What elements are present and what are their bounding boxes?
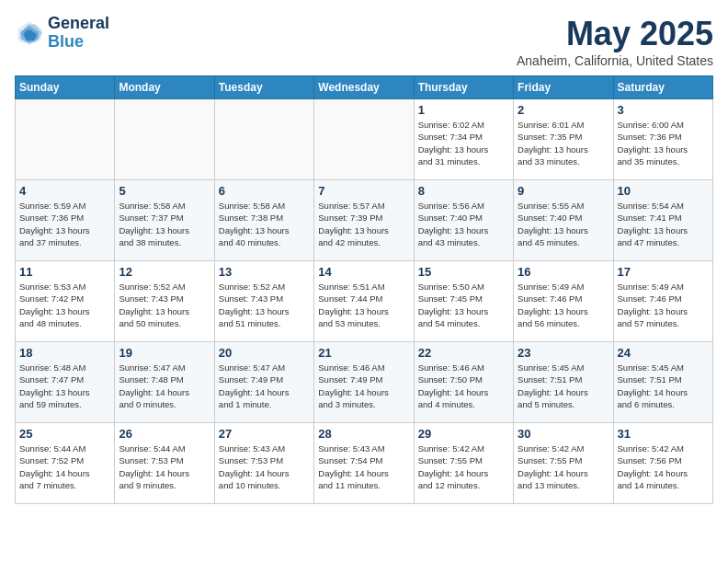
day-info: Sunrise: 5:49 AM Sunset: 7:46 PM Dayligh…: [518, 281, 609, 329]
calendar-week-3: 11Sunrise: 5:53 AM Sunset: 7:42 PM Dayli…: [16, 261, 713, 342]
day-number: 13: [219, 265, 310, 279]
weekday-friday: Friday: [514, 76, 613, 99]
weekday-sunday: Sunday: [16, 76, 115, 99]
calendar-cell: 4Sunrise: 5:59 AM Sunset: 7:36 PM Daylig…: [16, 180, 115, 261]
calendar-cell: [115, 99, 214, 180]
calendar-cell: 26Sunrise: 5:44 AM Sunset: 7:53 PM Dayli…: [115, 423, 214, 504]
day-number: 7: [318, 184, 409, 198]
day-info: Sunrise: 5:53 AM Sunset: 7:42 PM Dayligh…: [19, 281, 110, 329]
weekday-thursday: Thursday: [414, 76, 513, 99]
day-number: 20: [219, 346, 310, 360]
day-info: Sunrise: 5:49 AM Sunset: 7:46 PM Dayligh…: [618, 281, 709, 329]
calendar-cell: 23Sunrise: 5:45 AM Sunset: 7:51 PM Dayli…: [514, 342, 613, 423]
day-info: Sunrise: 5:48 AM Sunset: 7:47 PM Dayligh…: [19, 362, 110, 410]
month-title: May 2025: [517, 15, 713, 53]
day-number: 18: [19, 346, 110, 360]
day-info: Sunrise: 6:02 AM Sunset: 7:34 PM Dayligh…: [418, 119, 509, 167]
calendar-cell: 25Sunrise: 5:44 AM Sunset: 7:52 PM Dayli…: [16, 423, 115, 504]
calendar-week-4: 18Sunrise: 5:48 AM Sunset: 7:47 PM Dayli…: [16, 342, 713, 423]
day-number: 17: [618, 265, 709, 279]
calendar-week-1: 1Sunrise: 6:02 AM Sunset: 7:34 PM Daylig…: [16, 99, 713, 180]
calendar-body: 1Sunrise: 6:02 AM Sunset: 7:34 PM Daylig…: [16, 99, 713, 504]
day-info: Sunrise: 5:52 AM Sunset: 7:43 PM Dayligh…: [119, 281, 210, 329]
day-number: 31: [618, 427, 709, 441]
location: Anaheim, California, United States: [517, 53, 713, 68]
day-number: 4: [19, 184, 110, 198]
calendar-cell: 18Sunrise: 5:48 AM Sunset: 7:47 PM Dayli…: [16, 342, 115, 423]
day-info: Sunrise: 5:42 AM Sunset: 7:55 PM Dayligh…: [418, 442, 509, 491]
day-info: Sunrise: 5:52 AM Sunset: 7:43 PM Dayligh…: [219, 281, 310, 329]
calendar-cell: 24Sunrise: 5:45 AM Sunset: 7:51 PM Dayli…: [613, 342, 712, 423]
day-number: 21: [318, 346, 409, 360]
title-block: May 2025 Anaheim, California, United Sta…: [517, 15, 713, 68]
weekday-tuesday: Tuesday: [214, 76, 313, 99]
weekday-saturday: Saturday: [613, 76, 712, 99]
day-number: 8: [418, 184, 509, 198]
day-info: Sunrise: 6:00 AM Sunset: 7:36 PM Dayligh…: [618, 119, 709, 167]
calendar-cell: 21Sunrise: 5:46 AM Sunset: 7:49 PM Dayli…: [314, 342, 414, 423]
calendar-cell: 5Sunrise: 5:58 AM Sunset: 7:37 PM Daylig…: [115, 180, 214, 261]
day-info: Sunrise: 5:43 AM Sunset: 7:54 PM Dayligh…: [318, 442, 409, 491]
day-number: 10: [618, 184, 709, 198]
day-info: Sunrise: 5:44 AM Sunset: 7:52 PM Dayligh…: [19, 442, 110, 491]
calendar-cell: 14Sunrise: 5:51 AM Sunset: 7:44 PM Dayli…: [314, 261, 414, 342]
logo-text: General Blue: [48, 15, 109, 52]
day-number: 29: [418, 427, 509, 441]
calendar-cell: 1Sunrise: 6:02 AM Sunset: 7:34 PM Daylig…: [414, 99, 513, 180]
day-info: Sunrise: 6:01 AM Sunset: 7:35 PM Dayligh…: [518, 119, 609, 167]
day-info: Sunrise: 5:42 AM Sunset: 7:55 PM Dayligh…: [518, 442, 609, 491]
calendar-cell: 30Sunrise: 5:42 AM Sunset: 7:55 PM Dayli…: [514, 423, 613, 504]
day-info: Sunrise: 5:56 AM Sunset: 7:40 PM Dayligh…: [418, 200, 509, 248]
calendar-cell: 17Sunrise: 5:49 AM Sunset: 7:46 PM Dayli…: [613, 261, 712, 342]
logo: General Blue: [15, 15, 109, 52]
day-number: 15: [418, 265, 509, 279]
calendar-cell: 22Sunrise: 5:46 AM Sunset: 7:50 PM Dayli…: [414, 342, 513, 423]
day-info: Sunrise: 5:47 AM Sunset: 7:49 PM Dayligh…: [219, 362, 310, 410]
calendar-cell: 27Sunrise: 5:43 AM Sunset: 7:53 PM Dayli…: [214, 423, 313, 504]
weekday-header-row: SundayMondayTuesdayWednesdayThursdayFrid…: [16, 76, 713, 99]
calendar-cell: 19Sunrise: 5:47 AM Sunset: 7:48 PM Dayli…: [115, 342, 214, 423]
day-number: 25: [19, 427, 110, 441]
day-info: Sunrise: 5:46 AM Sunset: 7:50 PM Dayligh…: [418, 362, 509, 410]
day-info: Sunrise: 5:58 AM Sunset: 7:37 PM Dayligh…: [119, 200, 210, 248]
calendar-week-5: 25Sunrise: 5:44 AM Sunset: 7:52 PM Dayli…: [16, 423, 713, 504]
day-info: Sunrise: 5:43 AM Sunset: 7:53 PM Dayligh…: [219, 442, 310, 491]
day-info: Sunrise: 5:47 AM Sunset: 7:48 PM Dayligh…: [119, 362, 210, 410]
calendar-cell: 20Sunrise: 5:47 AM Sunset: 7:49 PM Dayli…: [214, 342, 313, 423]
calendar-cell: 16Sunrise: 5:49 AM Sunset: 7:46 PM Dayli…: [514, 261, 613, 342]
calendar-table: SundayMondayTuesdayWednesdayThursdayFrid…: [15, 75, 713, 504]
day-number: 16: [518, 265, 609, 279]
weekday-monday: Monday: [115, 76, 214, 99]
calendar-cell: 12Sunrise: 5:52 AM Sunset: 7:43 PM Dayli…: [115, 261, 214, 342]
day-number: 22: [418, 346, 509, 360]
day-number: 27: [219, 427, 310, 441]
page-header: General Blue May 2025 Anaheim, Californi…: [15, 15, 713, 68]
calendar-cell: 10Sunrise: 5:54 AM Sunset: 7:41 PM Dayli…: [613, 180, 712, 261]
day-info: Sunrise: 5:51 AM Sunset: 7:44 PM Dayligh…: [318, 281, 409, 329]
calendar-cell: [314, 99, 414, 180]
day-info: Sunrise: 5:46 AM Sunset: 7:49 PM Dayligh…: [318, 362, 409, 410]
day-info: Sunrise: 5:45 AM Sunset: 7:51 PM Dayligh…: [618, 362, 709, 410]
logo-icon: [15, 18, 44, 48]
day-number: 3: [618, 103, 709, 117]
day-number: 19: [119, 346, 210, 360]
day-number: 30: [518, 427, 609, 441]
day-number: 24: [618, 346, 709, 360]
day-number: 9: [518, 184, 609, 198]
calendar-cell: 8Sunrise: 5:56 AM Sunset: 7:40 PM Daylig…: [414, 180, 513, 261]
day-number: 23: [518, 346, 609, 360]
day-number: 26: [119, 427, 210, 441]
day-info: Sunrise: 5:57 AM Sunset: 7:39 PM Dayligh…: [318, 200, 409, 248]
day-number: 14: [318, 265, 409, 279]
calendar-cell: 6Sunrise: 5:58 AM Sunset: 7:38 PM Daylig…: [214, 180, 313, 261]
calendar-cell: 31Sunrise: 5:42 AM Sunset: 7:56 PM Dayli…: [613, 423, 712, 504]
calendar-cell: 13Sunrise: 5:52 AM Sunset: 7:43 PM Dayli…: [214, 261, 313, 342]
day-number: 11: [19, 265, 110, 279]
day-number: 1: [418, 103, 509, 117]
calendar-cell: 15Sunrise: 5:50 AM Sunset: 7:45 PM Dayli…: [414, 261, 513, 342]
day-number: 28: [318, 427, 409, 441]
calendar-cell: 11Sunrise: 5:53 AM Sunset: 7:42 PM Dayli…: [16, 261, 115, 342]
day-info: Sunrise: 5:44 AM Sunset: 7:53 PM Dayligh…: [119, 442, 210, 491]
day-number: 5: [119, 184, 210, 198]
day-number: 6: [219, 184, 310, 198]
